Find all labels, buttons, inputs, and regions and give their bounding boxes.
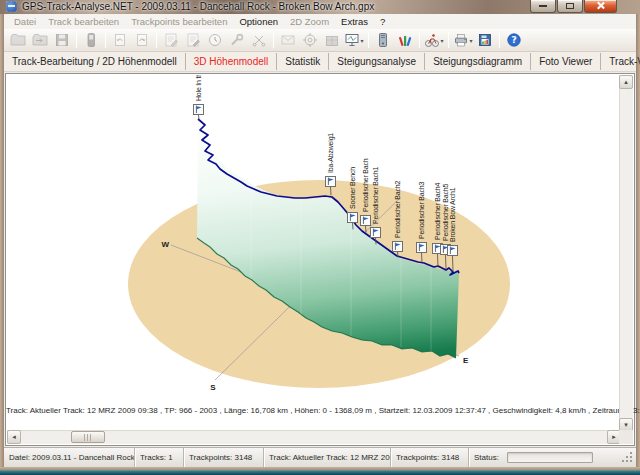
system-info-button[interactable] xyxy=(372,30,394,50)
menu-datei: Datei xyxy=(8,16,42,27)
env-icon xyxy=(280,32,296,48)
toolbar-separator xyxy=(105,32,106,48)
window-border-bottom xyxy=(0,467,640,475)
tab-statistik[interactable]: Statistik xyxy=(277,53,329,70)
waypoint-label: Periodischer Bach1 xyxy=(372,167,379,224)
terrain-3d-view: Hole In th Iba-Abzweig1 Sooner Bench Per… xyxy=(7,75,621,432)
tab-track-bearbeitung-2d[interactable]: Track-Bearbeitung / 2D Höhenmodell xyxy=(4,53,186,70)
screen-icon xyxy=(344,32,360,48)
menu-extras[interactable]: Extras xyxy=(335,16,374,27)
waypoint-label: Broken Bow Arch1 xyxy=(449,187,456,242)
toolbar-separator xyxy=(368,32,369,48)
menu-optionen[interactable]: Optionen xyxy=(233,16,284,27)
toolbar-separator xyxy=(273,32,274,48)
open-add-file-button xyxy=(29,30,51,50)
clock-icon xyxy=(207,32,223,48)
waypoint-label: Iba-Abzweig1 xyxy=(327,133,335,173)
menu-bar: Datei Track bearbeiten Trackpoints bearb… xyxy=(4,14,636,29)
content-area: Hole In th Iba-Abzweig1 Sooner Bench Per… xyxy=(4,72,636,447)
scroll-up-icon[interactable]: ▴ xyxy=(619,75,633,89)
time-shift-button xyxy=(204,30,226,50)
print-button[interactable]: ▾ xyxy=(452,30,474,50)
scissors-icon xyxy=(251,32,267,48)
waypoint-label: Periodischer Bach4 xyxy=(434,183,441,240)
status-label: Status: xyxy=(474,453,499,462)
tab-steigungsanalyse[interactable]: Steigungsanalyse xyxy=(329,53,425,70)
menu-trackpoints-bearbeiten: Trackpoints bearbeiten xyxy=(125,16,233,27)
presentation-button[interactable]: ▾ xyxy=(343,30,365,50)
save-image-button[interactable] xyxy=(474,30,496,50)
compass-east-label: E xyxy=(463,356,469,365)
status-current-track: Track: Aktueller Track: 12 MRZ 2009 09:3… xyxy=(264,448,391,467)
resize-grip[interactable] xyxy=(630,460,632,462)
pc-icon xyxy=(375,32,391,48)
status-tracks: Tracks: 1 xyxy=(135,448,184,467)
status-progress-bar xyxy=(507,452,593,463)
maximize-button[interactable] xyxy=(557,0,583,13)
vertical-scrollbar[interactable]: ▴ ▾ xyxy=(619,75,633,432)
floppy-icon xyxy=(54,32,70,48)
waypoint-label: Hole In th xyxy=(195,75,202,101)
dropdown-arrow-icon[interactable]: ▾ xyxy=(469,37,472,44)
track-info-line: Track: Aktueller Track: 12 MRZ 2009 09:3… xyxy=(6,406,618,415)
tab-steigungsdiagramm[interactable]: Steigungsdiagramm xyxy=(425,53,531,70)
horizontal-scrollbar[interactable]: ◂ ▸ xyxy=(7,430,621,444)
toolbar-separator xyxy=(419,32,420,48)
2d-zoom-button xyxy=(299,30,321,50)
menu-help[interactable]: ? xyxy=(374,16,391,27)
scroll-left-icon[interactable]: ◂ xyxy=(7,430,21,444)
box-icon xyxy=(324,32,340,48)
scrollbar-corner xyxy=(619,430,633,444)
dropdown-arrow-icon[interactable]: ▾ xyxy=(360,37,363,44)
tab-track-verwaltung[interactable]: Track-Verwaltung xyxy=(601,53,640,70)
title-bar: GPS-Track-Analyse.NET - 2009.03.11 - Dan… xyxy=(0,0,640,14)
track-tools-button xyxy=(226,30,248,50)
tour-simulation-button[interactable]: ▾ xyxy=(423,30,445,50)
view-panel: Hole In th Iba-Abzweig1 Sooner Bench Per… xyxy=(5,73,635,446)
scrollbar-thumb[interactable] xyxy=(71,431,105,443)
menu-2d-zoom: 2D Zoom xyxy=(284,16,335,27)
help-icon xyxy=(506,32,522,48)
window-border-right xyxy=(636,14,640,467)
save-file-button xyxy=(51,30,73,50)
printer-icon xyxy=(453,32,469,48)
wrench-icon xyxy=(229,32,245,48)
toolbar-separator xyxy=(448,32,449,48)
waypoint-flag[interactable] xyxy=(194,105,204,121)
folder-icon xyxy=(10,32,26,48)
status-track-trackpoints: Trackpoints: 3148 xyxy=(391,448,469,467)
edit-track-button xyxy=(160,30,182,50)
menu-track-bearbeiten: Track bearbeiten xyxy=(42,16,125,27)
close-button[interactable] xyxy=(584,0,617,13)
window-title: GPS-Track-Analyse.NET - 2009.03.11 - Dan… xyxy=(22,0,374,14)
waypoint-label: Sooner Bench xyxy=(349,167,356,209)
waypoint-label: Periodischer Bach2 xyxy=(394,181,401,238)
app-icon xyxy=(6,1,17,12)
tab-foto-viewer[interactable]: Foto Viewer xyxy=(531,53,601,70)
pens-icon xyxy=(397,32,413,48)
device-icon xyxy=(83,32,99,48)
toolbar-separator xyxy=(76,32,77,48)
dropdown-arrow-icon[interactable]: ▾ xyxy=(440,37,443,44)
waypoint-label: Periodischer Bach xyxy=(362,158,369,212)
archive-button xyxy=(321,30,343,50)
waypoint-label: Periodischer Bach5 xyxy=(442,184,449,241)
redo-button xyxy=(131,30,153,50)
gps-device-button xyxy=(80,30,102,50)
tab-bar: Track-Bearbeitung / 2D Höhenmodell 3D Hö… xyxy=(4,52,636,72)
status-trackpoints: Trackpoints: 3148 xyxy=(184,448,264,467)
pic-icon xyxy=(477,32,493,48)
compass-west-label: W xyxy=(161,240,169,249)
minimize-button[interactable] xyxy=(530,0,556,13)
toolbar-separator xyxy=(499,32,500,48)
help-button[interactable] xyxy=(503,30,525,50)
toolbar-separator xyxy=(156,32,157,48)
color-settings-button[interactable] xyxy=(394,30,416,50)
status-file: Datei: 2009.03.11 - Dancehall Rock - B xyxy=(4,448,135,467)
send-mail-button xyxy=(277,30,299,50)
waypoint-label: Periodischer Bach3 xyxy=(418,182,425,239)
split-track-button xyxy=(248,30,270,50)
folder2-icon xyxy=(32,32,48,48)
status-bar: Datei: 2009.03.11 - Dancehall Rock - B T… xyxy=(4,447,636,467)
tab-3d-hoehenmodell[interactable]: 3D Höhenmodell xyxy=(186,53,278,70)
